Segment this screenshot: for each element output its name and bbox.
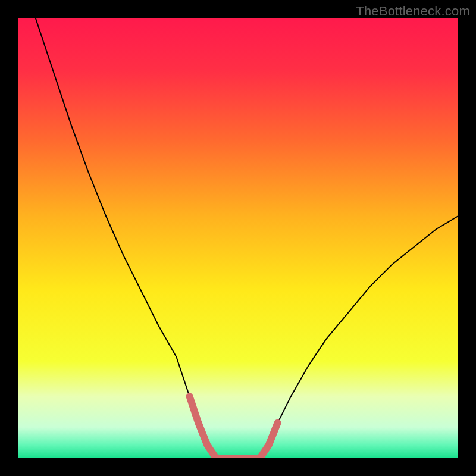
bottleneck-chart: [18, 18, 458, 458]
gradient-background: [18, 18, 458, 458]
watermark-text: TheBottleneck.com: [356, 4, 470, 19]
chart-frame: TheBottleneck.com: [0, 0, 476, 476]
plot-area: [18, 18, 458, 458]
